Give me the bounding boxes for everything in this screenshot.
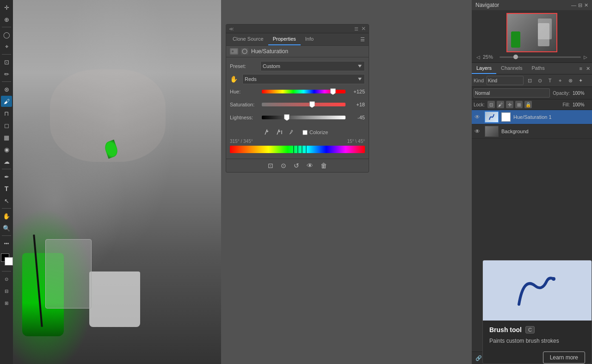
filter-shape-btn[interactable]: ⌖ <box>556 76 564 85</box>
hand-tool-btn[interactable]: ✋ <box>1 210 12 222</box>
more-tools-btn[interactable]: ••• <box>1 238 12 249</box>
screen-mode-btn[interactable]: ⊟ <box>1 285 12 296</box>
zoom-thumb[interactable] <box>513 55 518 59</box>
zoom-tool-btn[interactable]: 🔍 <box>1 222 12 234</box>
brush-info: Brush tool C Paints custom brush strokes… <box>483 321 592 358</box>
layers-mode-row: Normal Opacity: 100% <box>472 87 592 99</box>
background-color[interactable] <box>5 257 13 265</box>
dodge-tool-btn[interactable]: ☁ <box>1 156 12 167</box>
color-swatches <box>1 253 12 269</box>
learn-more-button[interactable]: Learn more <box>543 352 585 364</box>
hue-slider-thumb[interactable] <box>330 88 336 95</box>
add-color-btn[interactable] <box>263 128 272 137</box>
zoom-out-icon[interactable]: ◁ <box>476 55 480 60</box>
layers-panel-close-btn[interactable]: ✕ <box>584 64 592 74</box>
pen-tool-btn[interactable]: ✒ <box>1 171 12 182</box>
layers-panel-menu-btn[interactable]: ≡ <box>578 64 584 73</box>
nav-thumb-inner <box>507 14 556 51</box>
filter-type-btn[interactable]: T <box>546 76 554 85</box>
crop-tool-btn[interactable]: ⊡ <box>1 56 12 68</box>
eraser-tool-btn[interactable]: ◻ <box>1 120 12 131</box>
lock-all-btn[interactable]: 🔒 <box>524 101 532 108</box>
layer-thumbnail <box>485 111 499 123</box>
info-tab[interactable]: Info <box>301 33 318 45</box>
colorize-checkbox[interactable] <box>302 130 308 135</box>
saturation-slider-thumb[interactable] <box>309 101 315 108</box>
lightness-slider-track[interactable] <box>262 116 345 119</box>
hue-slider-track[interactable] <box>262 90 345 93</box>
eyedropper-tool-btn[interactable]: ✏ <box>1 68 12 80</box>
lasso-tool-btn[interactable]: ◯ <box>1 29 12 40</box>
clone-stamp-tool-btn[interactable]: ⊓ <box>1 108 12 119</box>
color-range-bar[interactable] <box>230 146 365 153</box>
sample-color-btn[interactable] <box>287 128 296 137</box>
range-marker-3 <box>302 146 302 153</box>
panel-collapse-btn[interactable]: ≪ <box>229 26 234 31</box>
channels-tab[interactable]: Channels <box>496 63 527 74</box>
navigator-expand-btn[interactable]: ⊟ <box>578 2 582 8</box>
navigator-collapse-btn[interactable]: — <box>571 2 576 8</box>
brush-tool-btn[interactable]: 🖌 <box>1 96 12 107</box>
thumb-photo <box>507 14 556 51</box>
navigator-close-btn[interactable]: ✕ <box>584 2 588 8</box>
type-tool-btn[interactable]: T <box>1 183 12 194</box>
panel-menu-icon[interactable]: ☰ <box>360 37 365 43</box>
lightness-slider-thumb[interactable] <box>284 114 290 121</box>
channel-select[interactable]: Reds <box>242 74 365 84</box>
color-tools-row: Colorize <box>230 126 365 139</box>
panel-close-btn[interactable]: ✕ <box>361 25 366 32</box>
visibility-icon[interactable]: ⊙ <box>281 162 286 169</box>
zoom-in-icon[interactable]: ▷ <box>584 55 587 60</box>
mask-icon[interactable]: ⊡ <box>268 162 273 169</box>
layers-tabs: Layers Channels Paths ≡ ✕ <box>472 63 592 74</box>
lock-image-btn[interactable]: 🖌 <box>497 101 504 108</box>
gradient-tool-btn[interactable]: ▦ <box>1 132 12 143</box>
filter-pixel-btn[interactable]: ⊡ <box>525 76 534 85</box>
zoom-track[interactable] <box>500 56 581 58</box>
blur-tool-btn[interactable]: ◉ <box>1 144 12 155</box>
panel-menu-btn[interactable]: ☰ <box>354 26 358 31</box>
quick-select-tool-btn[interactable]: ⌖ <box>1 41 12 52</box>
panel-tabs: Clone Source Properties Info ☰ <box>226 33 369 46</box>
glass <box>45 239 92 308</box>
layer-thumb-preview <box>485 112 498 122</box>
preset-select[interactable]: Custom <box>260 61 365 71</box>
saturation-slider-track-wrap[interactable] <box>262 100 345 109</box>
delete-icon[interactable]: 🗑 <box>321 162 327 169</box>
panel-body: Preset: Custom ✋ Reds Hue: <box>226 57 369 159</box>
link-layers-btn[interactable]: 🔗 <box>475 354 483 362</box>
eye-icon[interactable]: 👁 <box>307 162 313 169</box>
spot-heal-tool-btn[interactable]: ⊛ <box>1 84 12 95</box>
filter-smart-btn[interactable]: ⊗ <box>566 76 574 85</box>
move-tool-btn[interactable]: ✛ <box>1 2 12 13</box>
zoom-level: 25% <box>483 54 497 60</box>
filter-more-btn[interactable]: ✦ <box>576 76 585 85</box>
svg-point-2 <box>242 49 247 54</box>
filter-adj-btn[interactable]: ⊙ <box>536 76 544 85</box>
saturation-slider-track[interactable] <box>262 103 345 106</box>
frame-tool-btn[interactable]: ⊞ <box>1 297 12 308</box>
hue-slider-track-wrap[interactable] <box>262 87 345 96</box>
table-row[interactable]: 👁 Background <box>472 124 592 139</box>
lock-position-btn[interactable]: ✛ <box>506 101 513 108</box>
svg-rect-1 <box>232 50 234 52</box>
sub-color-btn[interactable] <box>275 128 284 137</box>
paths-tab[interactable]: Paths <box>527 63 549 74</box>
path-select-tool-btn[interactable]: ↖ <box>1 195 12 206</box>
kind-select[interactable]: Kind <box>487 76 524 85</box>
colorize-label: Colorize <box>309 130 328 135</box>
layer-visibility-icon[interactable]: 👁 <box>475 128 482 135</box>
lightness-slider-track-wrap[interactable] <box>262 113 345 122</box>
artboard-tool-btn[interactable]: ⊕ <box>1 14 12 25</box>
canvas-image[interactable] <box>13 0 221 364</box>
lock-artboard-btn[interactable]: ⊞ <box>515 101 523 108</box>
lock-transparent-btn[interactable]: ⊡ <box>487 101 495 108</box>
clone-source-tab[interactable]: Clone Source <box>228 33 268 45</box>
table-row[interactable]: 👁 Hue/Saturation 1 <box>472 110 592 124</box>
reset-icon[interactable]: ↺ <box>294 162 299 169</box>
quick-mask-btn[interactable]: ⊙ <box>1 273 12 284</box>
layers-tab[interactable]: Layers <box>472 63 496 74</box>
layer-visibility-icon[interactable]: 👁 <box>475 114 482 120</box>
properties-tab[interactable]: Properties <box>268 33 301 45</box>
mode-select[interactable]: Normal <box>474 88 550 98</box>
